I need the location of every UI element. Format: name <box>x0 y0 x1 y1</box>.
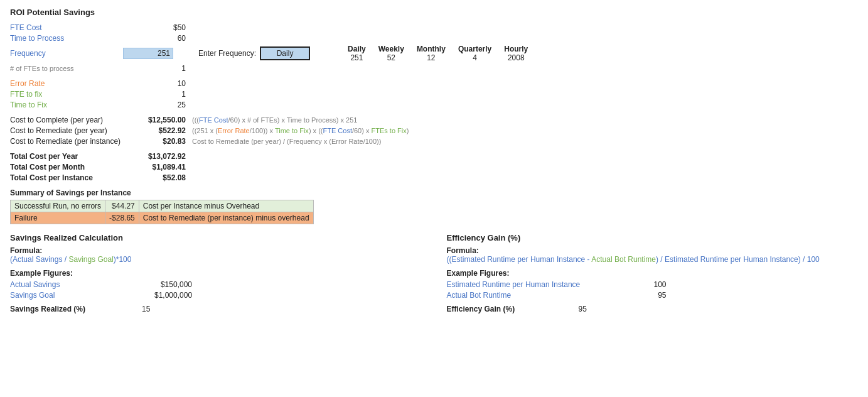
actual-savings-value: $150,000 <box>154 280 192 289</box>
fte-to-fix-label: FTE to fix <box>10 90 123 99</box>
total-year-row: Total Cost per Year $13,072.92 <box>10 152 858 161</box>
cost-remediate-year-value: $522.92 <box>123 126 186 135</box>
efficiency-formula-code: ((Estimated Runtime per Human Instance -… <box>447 255 859 264</box>
total-month-row: Total Cost per Month $1,089.41 <box>10 163 858 171</box>
frequency-value[interactable]: 251 <box>123 48 173 59</box>
cost-remediate-instance-row: Cost to Remediate (per instance) $20.83 … <box>10 137 858 146</box>
error-rate-row: Error Rate 10 <box>10 79 858 88</box>
total-month-label: Total Cost per Month <box>10 163 123 171</box>
cost-complete-label: Cost to Complete (per year) <box>10 116 123 124</box>
freq-hourly-col: Hourly 2008 <box>504 45 528 62</box>
freq-daily-header: Daily <box>348 45 366 53</box>
fte-to-fix-row: FTE to fix 1 <box>10 90 858 99</box>
time-to-fix-label: Time to Fix <box>10 101 123 109</box>
num-ftes-value: 1 <box>123 64 186 73</box>
cost-complete-formula: (((FTE Cost/60) x # of FTEs) x Time to P… <box>192 116 357 124</box>
freq-quarterly-header: Quarterly <box>458 45 491 53</box>
fte-cost-label: FTE Cost <box>10 23 123 32</box>
savings-example-block: Example Figures: Actual Savings $150,000… <box>10 269 422 300</box>
efficiency-formula-block: Formula: ((Estimated Runtime per Human I… <box>447 246 859 264</box>
freq-monthly-header: Monthly <box>417 45 446 53</box>
freq-quarterly-value: 4 <box>458 53 491 62</box>
total-instance-value: $52.08 <box>123 173 186 182</box>
time-to-process-value: 60 <box>123 34 186 43</box>
summary-failure-desc: Cost to Remediate (per instance) minus o… <box>139 212 313 224</box>
efficiency-result-value: 95 <box>579 305 587 313</box>
freq-hourly-header: Hourly <box>504 45 528 53</box>
total-year-label: Total Cost per Year <box>10 152 123 161</box>
total-instance-label: Total Cost per Instance <box>10 173 123 182</box>
efficiency-result-row: Efficiency Gain (%) 95 <box>447 305 859 313</box>
cost-remediate-instance-formula: Cost to Remediate (per year) / (Frequenc… <box>192 138 381 145</box>
summary-section: Summary of Savings per Instance Successf… <box>10 188 858 224</box>
time-to-process-label: Time to Process <box>10 34 123 43</box>
cost-remediate-year-row: Cost to Remediate (per year) $522.92 ((2… <box>10 126 858 135</box>
summary-success-value: $44.27 <box>105 200 139 212</box>
savings-goal-value: $1,000,000 <box>154 291 192 300</box>
error-rate-value: 10 <box>123 79 186 88</box>
cost-remediate-year-label: Cost to Remediate (per year) <box>10 126 123 135</box>
cost-remediate-year-formula: ((251 x (Error Rate/100)) x Time to Fix)… <box>192 127 409 134</box>
savings-result-value: 15 <box>142 305 150 313</box>
efficiency-formula-label: Formula: <box>447 246 859 255</box>
page-title: ROI Potential Savings <box>10 8 858 17</box>
savings-formula-block: Formula: (Actual Savings / Savings Goal)… <box>10 246 422 264</box>
summary-success-row: Successful Run, no errors $44.27 Cost pe… <box>11 200 314 212</box>
freq-monthly-col: Monthly 12 <box>417 45 446 62</box>
time-to-fix-value: 25 <box>123 101 186 109</box>
summary-failure-row: Failure -$28.65 Cost to Remediate (per i… <box>11 212 314 224</box>
efficiency-gain-title: Efficiency Gain (%) <box>447 233 859 242</box>
cost-remediate-instance-value: $20.83 <box>123 137 186 146</box>
total-month-value: $1,089.41 <box>123 163 186 171</box>
savings-formula-label: Formula: <box>10 246 422 255</box>
num-ftes-row: # of FTEs to process 1 <box>10 64 858 73</box>
summary-success-label: Successful Run, no errors <box>11 200 105 212</box>
two-col-section: Savings Realized Calculation Formula: (A… <box>10 233 858 313</box>
num-ftes-label: # of FTEs to process <box>10 65 123 72</box>
actual-bot-label: Actual Bot Runtime <box>447 291 629 300</box>
fte-cost-value: $50 <box>123 23 186 32</box>
freq-daily-value: 251 <box>348 53 366 62</box>
total-year-value: $13,072.92 <box>123 152 186 161</box>
summary-table: Successful Run, no errors $44.27 Cost pe… <box>10 200 314 224</box>
savings-goal-label: Savings Goal <box>10 291 154 300</box>
efficiency-result-label: Efficiency Gain (%) <box>447 305 572 313</box>
estimated-runtime-value: 100 <box>629 280 667 289</box>
cost-complete-value: $12,550.00 <box>123 116 186 124</box>
efficiency-example-block: Example Figures: Estimated Runtime per H… <box>447 269 859 300</box>
summary-failure-label: Failure <box>11 212 105 224</box>
freq-hourly-value: 2008 <box>504 53 528 62</box>
savings-result-row: Savings Realized (%) 15 <box>10 305 422 313</box>
estimated-runtime-row: Estimated Runtime per Human Instance 100 <box>447 280 859 289</box>
efficiency-gain-section: Efficiency Gain (%) Formula: ((Estimated… <box>434 233 859 313</box>
savings-realized-title: Savings Realized Calculation <box>10 233 422 242</box>
fte-to-fix-value: 1 <box>123 90 186 99</box>
freq-monthly-value: 12 <box>417 53 446 62</box>
enter-frequency-label: Enter Frequency: <box>198 49 256 58</box>
estimated-runtime-label: Estimated Runtime per Human Instance <box>447 280 629 289</box>
actual-savings-label: Actual Savings <box>10 280 154 289</box>
cost-complete-row: Cost to Complete (per year) $12,550.00 (… <box>10 116 858 124</box>
cost-remediate-instance-label: Cost to Remediate (per instance) <box>10 137 123 146</box>
actual-savings-row: Actual Savings $150,000 <box>10 280 422 289</box>
freq-weekly-col: Weekly 52 <box>378 45 404 62</box>
summary-title: Summary of Savings per Instance <box>10 188 858 197</box>
total-instance-row: Total Cost per Instance $52.08 <box>10 173 858 182</box>
actual-bot-value: 95 <box>629 291 667 300</box>
time-to-fix-row: Time to Fix 25 <box>10 101 858 109</box>
fte-cost-row: FTE Cost $50 <box>10 23 858 32</box>
savings-result-label: Savings Realized (%) <box>10 305 136 313</box>
freq-weekly-value: 52 <box>378 53 404 62</box>
savings-formula-code: (Actual Savings / Savings Goal)*100 <box>10 255 422 264</box>
frequency-label: Frequency <box>10 49 123 58</box>
error-rate-label: Error Rate <box>10 79 123 88</box>
frequency-table: Daily 251 Weekly 52 Monthly 12 Quarterly… <box>348 45 528 62</box>
savings-realized-section: Savings Realized Calculation Formula: (A… <box>10 233 434 313</box>
frequency-row: Frequency 251 Enter Frequency: Daily Dai… <box>10 45 858 62</box>
freq-weekly-header: Weekly <box>378 45 404 53</box>
freq-quarterly-col: Quarterly 4 <box>458 45 491 62</box>
savings-goal-row: Savings Goal $1,000,000 <box>10 291 422 300</box>
frequency-input-section: Enter Frequency: Daily <box>198 46 310 60</box>
actual-bot-row: Actual Bot Runtime 95 <box>447 291 859 300</box>
frequency-input[interactable]: Daily <box>260 46 310 60</box>
